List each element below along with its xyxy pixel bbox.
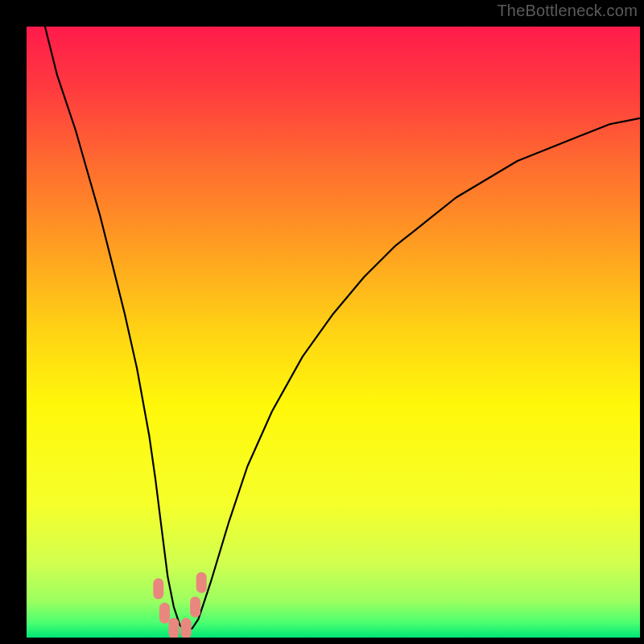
gradient-background xyxy=(27,27,640,638)
watermark-text: TheBottleneck.com xyxy=(497,2,638,20)
plot-area xyxy=(27,27,640,638)
data-marker xyxy=(181,618,192,638)
bottleneck-curve-chart xyxy=(27,27,640,638)
data-marker xyxy=(168,618,179,638)
data-marker xyxy=(159,603,170,624)
data-marker xyxy=(153,578,163,599)
data-marker xyxy=(190,597,200,617)
chart-frame: TheBottleneck.com xyxy=(0,0,644,644)
data-marker xyxy=(196,572,207,593)
